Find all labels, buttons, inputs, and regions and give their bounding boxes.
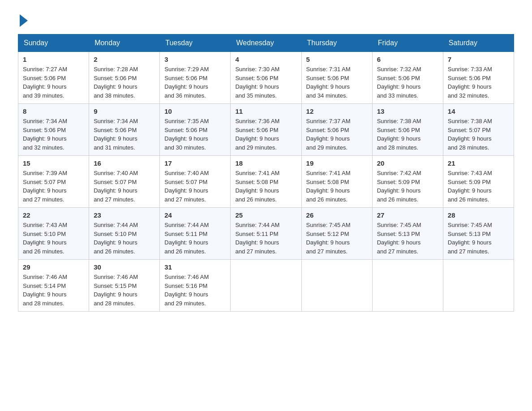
calendar-cell: 11 Sunrise: 7:36 AM Sunset: 5:06 PM Dayl…	[231, 104, 301, 156]
day-number: 20	[377, 159, 438, 167]
day-number: 10	[164, 107, 226, 115]
calendar-cell: 14 Sunrise: 7:38 AM Sunset: 5:07 PM Dayl…	[443, 104, 514, 156]
day-number: 12	[306, 107, 368, 115]
day-number: 25	[235, 211, 296, 219]
day-number: 18	[235, 159, 296, 167]
day-number: 27	[377, 211, 438, 219]
calendar-cell: 25 Sunrise: 7:44 AM Sunset: 5:11 PM Dayl…	[231, 208, 301, 260]
day-info: Sunrise: 7:38 AM Sunset: 5:07 PM Dayligh…	[448, 117, 509, 152]
day-info: Sunrise: 7:43 AM Sunset: 5:10 PM Dayligh…	[23, 221, 84, 256]
calendar-cell: 21 Sunrise: 7:43 AM Sunset: 5:09 PM Dayl…	[443, 156, 514, 208]
day-number: 21	[448, 159, 509, 167]
day-number: 7	[448, 56, 509, 63]
calendar-cell: 18 Sunrise: 7:41 AM Sunset: 5:08 PM Dayl…	[231, 156, 301, 208]
logo-text	[18, 13, 28, 27]
day-number: 17	[164, 159, 226, 167]
week-row-4: 22 Sunrise: 7:43 AM Sunset: 5:10 PM Dayl…	[18, 208, 514, 260]
day-info: Sunrise: 7:31 AM Sunset: 5:06 PM Dayligh…	[306, 65, 368, 100]
day-info: Sunrise: 7:38 AM Sunset: 5:06 PM Dayligh…	[377, 117, 438, 152]
day-info: Sunrise: 7:42 AM Sunset: 5:09 PM Dayligh…	[377, 169, 438, 204]
day-info: Sunrise: 7:44 AM Sunset: 5:11 PM Dayligh…	[164, 221, 226, 256]
calendar-cell: 20 Sunrise: 7:42 AM Sunset: 5:09 PM Dayl…	[372, 156, 443, 208]
day-info: Sunrise: 7:28 AM Sunset: 5:06 PM Dayligh…	[94, 65, 155, 100]
day-number: 30	[94, 263, 155, 271]
calendar-cell: 16 Sunrise: 7:40 AM Sunset: 5:07 PM Dayl…	[89, 156, 160, 208]
day-info: Sunrise: 7:35 AM Sunset: 5:06 PM Dayligh…	[164, 117, 226, 152]
day-number: 11	[235, 107, 296, 115]
calendar-cell: 10 Sunrise: 7:35 AM Sunset: 5:06 PM Dayl…	[160, 104, 231, 156]
day-info: Sunrise: 7:27 AM Sunset: 5:06 PM Dayligh…	[23, 65, 84, 100]
day-number: 8	[23, 107, 84, 115]
week-row-3: 15 Sunrise: 7:39 AM Sunset: 5:07 PM Dayl…	[18, 156, 514, 208]
day-info: Sunrise: 7:41 AM Sunset: 5:08 PM Dayligh…	[235, 169, 296, 204]
day-number: 3	[164, 56, 226, 63]
logo	[18, 13, 28, 25]
week-row-5: 29 Sunrise: 7:46 AM Sunset: 5:14 PM Dayl…	[18, 260, 514, 312]
day-number: 29	[23, 263, 84, 271]
day-info: Sunrise: 7:45 AM Sunset: 5:13 PM Dayligh…	[448, 221, 509, 256]
calendar-cell	[231, 260, 301, 312]
day-info: Sunrise: 7:33 AM Sunset: 5:06 PM Dayligh…	[448, 65, 509, 100]
day-number: 14	[448, 107, 509, 115]
day-info: Sunrise: 7:43 AM Sunset: 5:09 PM Dayligh…	[448, 169, 509, 204]
day-info: Sunrise: 7:46 AM Sunset: 5:14 PM Dayligh…	[23, 273, 84, 308]
header-cell-wednesday: Wednesday	[231, 34, 301, 52]
calendar-cell: 31 Sunrise: 7:46 AM Sunset: 5:16 PM Dayl…	[160, 260, 231, 312]
day-info: Sunrise: 7:37 AM Sunset: 5:06 PM Dayligh…	[306, 117, 368, 152]
calendar-body: 1 Sunrise: 7:27 AM Sunset: 5:06 PM Dayli…	[18, 52, 514, 312]
calendar-cell: 24 Sunrise: 7:44 AM Sunset: 5:11 PM Dayl…	[160, 208, 231, 260]
day-number: 15	[23, 159, 84, 167]
day-info: Sunrise: 7:34 AM Sunset: 5:06 PM Dayligh…	[94, 117, 155, 152]
day-number: 9	[94, 107, 155, 115]
day-info: Sunrise: 7:41 AM Sunset: 5:08 PM Dayligh…	[306, 169, 368, 204]
calendar-cell: 29 Sunrise: 7:46 AM Sunset: 5:14 PM Dayl…	[18, 260, 89, 312]
calendar-cell: 6 Sunrise: 7:32 AM Sunset: 5:06 PM Dayli…	[372, 52, 443, 104]
day-info: Sunrise: 7:40 AM Sunset: 5:07 PM Dayligh…	[94, 169, 155, 204]
header-cell-sunday: Sunday	[18, 34, 89, 52]
calendar-cell: 3 Sunrise: 7:29 AM Sunset: 5:06 PM Dayli…	[160, 52, 231, 104]
day-info: Sunrise: 7:29 AM Sunset: 5:06 PM Dayligh…	[164, 65, 226, 100]
week-row-1: 1 Sunrise: 7:27 AM Sunset: 5:06 PM Dayli…	[18, 52, 514, 104]
day-info: Sunrise: 7:32 AM Sunset: 5:06 PM Dayligh…	[377, 65, 438, 100]
calendar-cell: 8 Sunrise: 7:34 AM Sunset: 5:06 PM Dayli…	[18, 104, 89, 156]
calendar-header: SundayMondayTuesdayWednesdayThursdayFrid…	[18, 34, 514, 52]
day-number: 31	[164, 263, 226, 271]
calendar-cell: 4 Sunrise: 7:30 AM Sunset: 5:06 PM Dayli…	[231, 52, 301, 104]
day-number: 13	[377, 107, 438, 115]
header-cell-monday: Monday	[89, 34, 160, 52]
header-row: SundayMondayTuesdayWednesdayThursdayFrid…	[18, 34, 514, 52]
day-info: Sunrise: 7:40 AM Sunset: 5:07 PM Dayligh…	[164, 169, 226, 204]
calendar-cell: 2 Sunrise: 7:28 AM Sunset: 5:06 PM Dayli…	[89, 52, 160, 104]
header-cell-saturday: Saturday	[443, 34, 514, 52]
day-number: 6	[377, 56, 438, 63]
day-number: 22	[23, 211, 84, 219]
calendar-cell: 5 Sunrise: 7:31 AM Sunset: 5:06 PM Dayli…	[301, 52, 372, 104]
day-info: Sunrise: 7:45 AM Sunset: 5:13 PM Dayligh…	[377, 221, 438, 256]
day-number: 1	[23, 56, 84, 63]
day-number: 5	[306, 56, 368, 63]
day-number: 23	[94, 211, 155, 219]
calendar-cell: 23 Sunrise: 7:44 AM Sunset: 5:10 PM Dayl…	[89, 208, 160, 260]
calendar-cell	[372, 260, 443, 312]
day-number: 26	[306, 211, 368, 219]
day-number: 2	[94, 56, 155, 63]
calendar-cell: 12 Sunrise: 7:37 AM Sunset: 5:06 PM Dayl…	[301, 104, 372, 156]
day-info: Sunrise: 7:44 AM Sunset: 5:11 PM Dayligh…	[235, 221, 296, 256]
day-info: Sunrise: 7:36 AM Sunset: 5:06 PM Dayligh…	[235, 117, 296, 152]
day-number: 16	[94, 159, 155, 167]
calendar-cell: 13 Sunrise: 7:38 AM Sunset: 5:06 PM Dayl…	[372, 104, 443, 156]
day-info: Sunrise: 7:30 AM Sunset: 5:06 PM Dayligh…	[235, 65, 296, 100]
day-number: 19	[306, 159, 368, 167]
header-cell-tuesday: Tuesday	[160, 34, 231, 52]
calendar-table: SundayMondayTuesdayWednesdayThursdayFrid…	[18, 34, 514, 312]
week-row-2: 8 Sunrise: 7:34 AM Sunset: 5:06 PM Dayli…	[18, 104, 514, 156]
day-info: Sunrise: 7:39 AM Sunset: 5:07 PM Dayligh…	[23, 169, 84, 204]
calendar-cell: 9 Sunrise: 7:34 AM Sunset: 5:06 PM Dayli…	[89, 104, 160, 156]
calendar-cell: 30 Sunrise: 7:46 AM Sunset: 5:15 PM Dayl…	[89, 260, 160, 312]
calendar-cell: 19 Sunrise: 7:41 AM Sunset: 5:08 PM Dayl…	[301, 156, 372, 208]
day-info: Sunrise: 7:45 AM Sunset: 5:12 PM Dayligh…	[306, 221, 368, 256]
header-cell-friday: Friday	[372, 34, 443, 52]
calendar-cell: 15 Sunrise: 7:39 AM Sunset: 5:07 PM Dayl…	[18, 156, 89, 208]
calendar-cell	[301, 260, 372, 312]
day-number: 4	[235, 56, 296, 63]
